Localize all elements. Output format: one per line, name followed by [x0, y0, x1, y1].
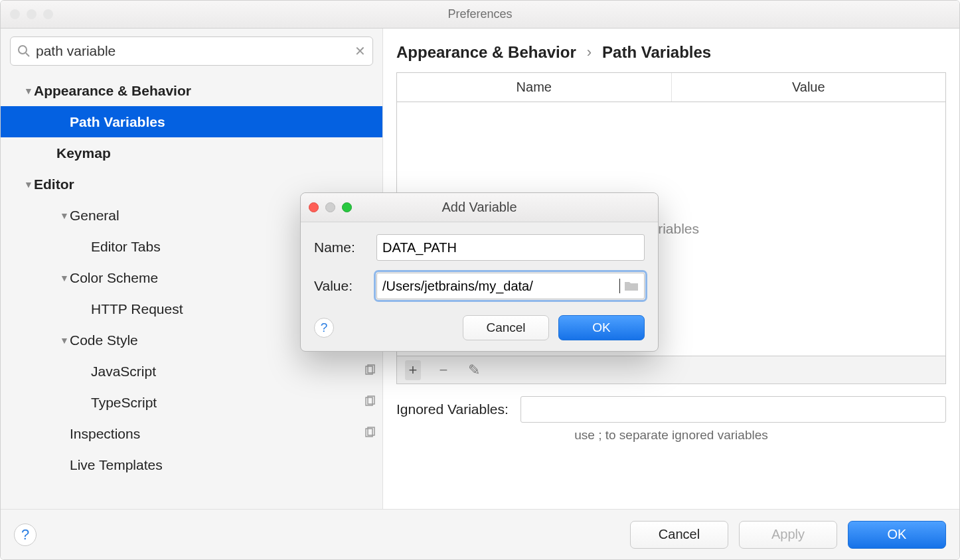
value-label: Value:: [314, 278, 367, 294]
dialog-footer: ? Cancel OK: [314, 311, 645, 340]
ignored-hint: use ; to separate ignored variables: [383, 428, 959, 443]
column-name[interactable]: Name: [397, 73, 672, 102]
apply-button[interactable]: Apply: [739, 521, 837, 549]
tree-item-label: Editor: [34, 176, 74, 192]
tree-item-label: TypeScript: [91, 395, 157, 411]
dialog-titlebar: Add Variable: [301, 193, 658, 222]
svg-point-0: [19, 46, 27, 54]
value-row: Value:: [314, 273, 645, 299]
scheme-copy-icon[interactable]: [364, 395, 376, 411]
tree-item-typescript[interactable]: TypeScript: [1, 387, 382, 418]
tree-item-label: General: [70, 208, 120, 224]
tree-item-appearance-behavior[interactable]: ▼Appearance & Behavior: [1, 75, 382, 106]
scheme-copy-icon[interactable]: [364, 426, 376, 442]
tree-item-inspections[interactable]: Inspections: [1, 418, 382, 449]
ignored-variables-input[interactable]: [520, 396, 946, 423]
text-caret: [619, 279, 620, 293]
breadcrumb-group[interactable]: Appearance & Behavior: [396, 43, 576, 62]
edit-button[interactable]: ✎: [466, 362, 482, 379]
disclosure-arrow-icon[interactable]: ▼: [59, 335, 70, 346]
ignored-label: Ignored Variables:: [396, 401, 509, 417]
scheme-copy-icon[interactable]: [364, 364, 376, 380]
ignored-row: Ignored Variables:: [396, 396, 946, 423]
add-button[interactable]: +: [405, 360, 421, 380]
tree-item-keymap[interactable]: Keymap: [1, 137, 382, 169]
disclosure-arrow-icon[interactable]: ▼: [23, 86, 34, 96]
breadcrumb-page: Path Variables: [602, 43, 711, 62]
tree-item-label: Color Scheme: [70, 270, 158, 286]
column-value[interactable]: Value: [672, 73, 946, 102]
help-button[interactable]: ?: [14, 524, 37, 546]
search-field[interactable]: ✕: [10, 36, 373, 66]
value-field-wrap[interactable]: [376, 273, 645, 299]
remove-button[interactable]: −: [436, 362, 451, 379]
name-field-wrap[interactable]: [376, 234, 645, 261]
chevron-right-icon: ›: [587, 44, 592, 61]
breadcrumb: Appearance & Behavior › Path Variables: [383, 29, 959, 68]
disclosure-arrow-icon[interactable]: ▼: [23, 179, 34, 190]
value-input[interactable]: [382, 279, 619, 294]
clear-search-icon[interactable]: ✕: [355, 43, 366, 59]
name-row: Name:: [314, 234, 645, 261]
search-icon: [17, 44, 31, 58]
tree-item-path-variables[interactable]: Path Variables: [1, 106, 382, 137]
disclosure-arrow-icon[interactable]: ▼: [59, 210, 70, 221]
tree-item-live-templates[interactable]: Live Templates: [1, 449, 382, 480]
footer: ? Cancel Apply OK: [1, 509, 959, 559]
tree-item-label: Live Templates: [70, 457, 163, 473]
tree-item-label: JavaScript: [91, 364, 156, 380]
titlebar: Preferences: [1, 1, 959, 29]
preferences-window: Preferences ✕ ▼Appearance & BehaviorPath…: [0, 0, 960, 560]
disclosure-arrow-icon[interactable]: ▼: [59, 273, 70, 283]
tree-item-label: Path Variables: [70, 114, 165, 130]
tree-item-label: Keymap: [56, 145, 111, 161]
add-variable-dialog: Add Variable Name: Value: ? Cancel: [300, 192, 659, 352]
name-input[interactable]: [382, 240, 639, 255]
tree-item-label: Editor Tabs: [91, 239, 161, 255]
tree-item-label: Inspections: [70, 426, 140, 442]
tree-item-label: Code Style: [70, 332, 138, 348]
dialog-cancel-button[interactable]: Cancel: [463, 315, 549, 340]
table-toolbar: + − ✎: [397, 356, 945, 384]
tree-item-label: HTTP Request: [91, 301, 183, 317]
ok-button[interactable]: OK: [848, 521, 946, 549]
cancel-button[interactable]: Cancel: [630, 521, 728, 549]
table-header: Name Value: [397, 73, 945, 102]
folder-icon[interactable]: [624, 280, 639, 292]
name-label: Name:: [314, 240, 367, 255]
search-input[interactable]: [31, 43, 355, 59]
dialog-help-button[interactable]: ?: [314, 318, 334, 338]
dialog-ok-button[interactable]: OK: [558, 315, 645, 340]
tree-item-label: Appearance & Behavior: [34, 83, 191, 99]
svg-line-1: [26, 53, 29, 56]
window-title: Preferences: [1, 7, 959, 21]
dialog-title: Add Variable: [301, 200, 658, 215]
tree-item-javascript[interactable]: JavaScript: [1, 356, 382, 387]
